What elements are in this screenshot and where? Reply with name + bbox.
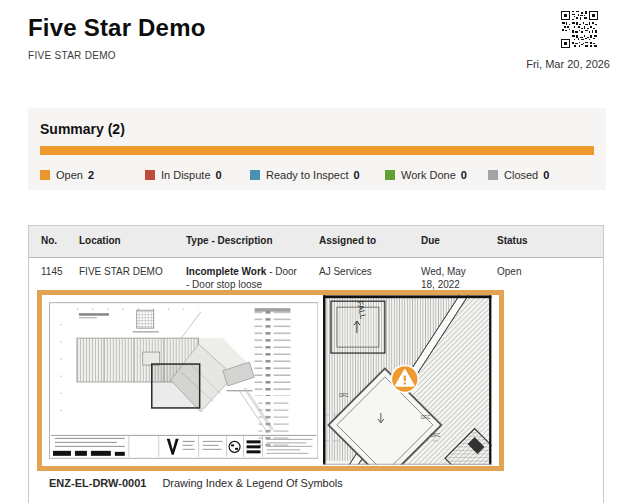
ready-to-inspect-status-swatch-icon: [250, 170, 260, 180]
status-legend: Open 2 In Dispute 0 Ready to Inspect 0 W…: [28, 169, 606, 183]
cell-status: Open: [485, 258, 603, 291]
drawing-label-ofc: OFC: [421, 415, 431, 420]
site-plan-thumbnail: [49, 302, 318, 459]
report-page: Five Star Demo FIVE STAR DEMO Fri, Mar 2…: [0, 0, 622, 503]
marked-plan-crop: FALL OFC OFC OFC: [323, 295, 492, 465]
legend-item-ready-to-inspect: Ready to Inspect 0: [250, 169, 360, 181]
legend-label: Work Done: [401, 169, 456, 181]
legend-item-open: Open 2: [40, 169, 94, 181]
column-header-type-description: Type - Description: [174, 226, 307, 257]
cell-assigned-to: AJ Services: [307, 258, 409, 291]
cell-no: 1145: [29, 258, 67, 291]
table-header-row: No. Location Type - Description Assigned…: [29, 226, 603, 258]
column-header-location: Location: [67, 226, 174, 257]
drawing-label-ofc: OFC: [431, 433, 441, 438]
legend-count: 0: [543, 169, 549, 181]
cell-location: FIVE STAR DEMO: [67, 258, 174, 291]
qr-code-icon: [561, 11, 598, 48]
report-subtitle: FIVE STAR DEMO: [28, 50, 116, 61]
attachment-caption: ENZ-EL-DRW-0001Drawing Index & Legend Of…: [49, 477, 343, 489]
drawing-label-ofc: OFC: [339, 393, 349, 398]
cell-due: Wed, May 18, 2022: [409, 258, 485, 291]
column-header-assigned-to: Assigned to: [307, 226, 409, 257]
attachment-drawing-title: Drawing Index & Legend Of Symbols: [162, 477, 342, 489]
legend-count: 0: [354, 169, 360, 181]
legend-item-work-done: Work Done 0: [385, 169, 467, 181]
report-date: Fri, Mar 20, 2026: [526, 58, 610, 70]
legend-count: 2: [88, 169, 94, 181]
legend-label: Open: [56, 169, 83, 181]
open-status-swatch-icon: [40, 170, 50, 180]
legend-label: In Dispute: [161, 169, 211, 181]
summary-accent-bar: [40, 146, 594, 155]
in-dispute-status-swatch-icon: [145, 170, 155, 180]
work-done-status-swatch-icon: [385, 170, 395, 180]
column-header-due: Due: [409, 226, 485, 257]
column-header-status: Status: [485, 226, 603, 257]
cell-type-description: Incomplete Work - Door - Door stop loose: [174, 258, 307, 291]
legend-count: 0: [461, 169, 467, 181]
summary-title: Summary (2): [40, 121, 125, 137]
legend-label: Ready to Inspect: [266, 169, 349, 181]
summary-section: Summary (2) Open 2 In Dispute 0 Ready to…: [28, 108, 606, 190]
report-title: Five Star Demo: [28, 14, 206, 42]
legend-count: 0: [216, 169, 222, 181]
issue-type: Incomplete Work: [186, 266, 266, 277]
legend-label: Closed: [504, 169, 538, 181]
closed-status-swatch-icon: [488, 170, 498, 180]
attachment-drawing-image[interactable]: FALL OFC OFC OFC: [37, 290, 504, 471]
column-header-no: No.: [29, 226, 67, 257]
legend-item-in-dispute: In Dispute 0: [145, 169, 222, 181]
issues-table: No. Location Type - Description Assigned…: [28, 225, 604, 503]
table-row: 1145 FIVE STAR DEMO Incomplete Work - Do…: [29, 258, 603, 291]
issue-pin-icon: [392, 366, 419, 393]
legend-item-closed: Closed 0: [488, 169, 549, 181]
attachment-drawing-code: ENZ-EL-DRW-0001: [49, 477, 146, 489]
